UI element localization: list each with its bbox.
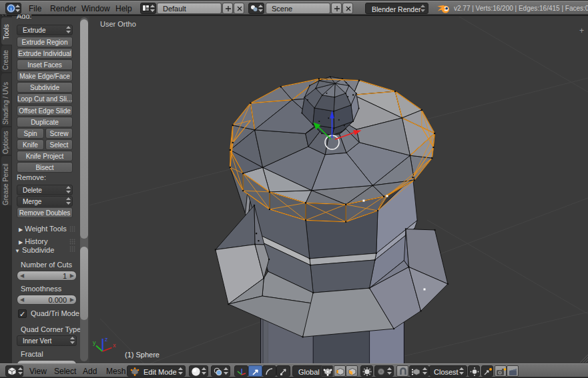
svg-text:(1) Sphere: (1) Sphere [125, 351, 160, 359]
svg-text:x: x [113, 342, 116, 349]
svg-text:z: z [105, 336, 108, 343]
svg-text:User Ortho: User Ortho [100, 20, 136, 28]
svg-text:+: + [579, 26, 584, 35]
svg-text:y: y [93, 339, 96, 346]
